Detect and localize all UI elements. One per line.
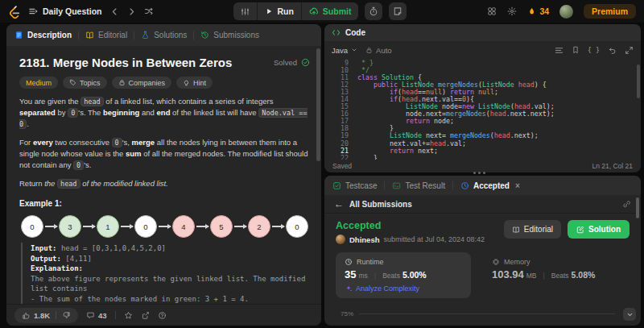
auto-save-toggle[interactable]: Auto [365,46,392,55]
text-segment: head [490,110,506,118]
text-segment: . [27,119,29,128]
memory-unit: MB [526,272,537,280]
divider [134,31,134,39]
text-segment: every [33,138,53,147]
feedback-button[interactable] [158,311,167,320]
companies-button[interactable]: Companies [112,77,172,89]
text-segment: 0 [73,160,84,170]
cloud-upload-icon [309,6,319,16]
leetcode-logo[interactable] [8,5,20,19]
memory-stat[interactable]: Memory 103.94 MB | Beats 5.08% [471,252,595,280]
problem-panel: Description Editorial Solutions [6,24,321,326]
analyze-complexity-link[interactable]: Analyze Complexity [345,284,462,293]
description-paragraph: For every two consecutive 0's, merge all… [19,137,310,171]
braces-button[interactable]: { } [588,46,600,54]
memory-value: 103.94 [492,268,524,280]
play-icon [265,7,273,15]
problem-scrollbar[interactable] [316,48,320,161]
memory-beats-value: 5.08% [572,270,596,280]
tab-editorial-label: Editorial [98,31,127,39]
hint-button[interactable]: Hint [176,77,213,89]
code-scrollbar[interactable] [637,64,640,98]
companies-label: Companies [129,79,166,87]
list-node: 1 [97,215,119,238]
tab-test-result[interactable]: Test Result [392,181,444,190]
random-problem-button[interactable] [144,6,154,16]
close-tab-icon[interactable]: × [515,181,520,190]
fullscreen-button[interactable] [625,46,634,55]
like-button[interactable]: 1.8K [22,311,50,320]
lock-icon [118,79,126,86]
comments-button[interactable]: 43 [86,311,107,320]
code-line[interactable]: 9 * } [324,60,641,67]
analyze-label: Analyze Complexity [356,284,419,293]
problem-title: 2181. Merge Nodes in Between Zeros [19,56,232,69]
topics-label: Topics [80,79,101,87]
code-toolbar: Java Auto { } [324,41,641,59]
share-button[interactable] [141,311,150,320]
divider: | [543,272,545,280]
notes-button[interactable] [389,2,407,20]
panel-resize-handle[interactable] [473,172,485,174]
topics-button[interactable]: Topics [63,77,107,89]
tab-testcase[interactable]: Testcase [332,181,377,190]
arrow-icon [121,226,133,226]
scroll-down-button[interactable] [623,308,636,321]
memory-label: Memory [504,258,530,266]
next-problem-button[interactable] [127,7,136,16]
copy-link-button[interactable] [622,200,631,209]
format-code-button[interactable] [555,46,564,55]
runtime-stat-card[interactable]: Runtime 35 ms | Beats 5.00% Analyze Comp… [336,252,471,298]
streak-counter[interactable]: 34 [527,6,549,17]
example-io-line: - The sum of the nodes marked in green: … [31,294,310,305]
divider [384,181,385,189]
language-label: Java [332,46,348,55]
tab-accepted-label: Accepted [473,181,510,190]
arrow-icon [45,226,57,226]
editorial-button[interactable]: Editorial [504,220,561,239]
difficulty-badge[interactable]: Medium [19,77,58,89]
back-arrow-icon[interactable]: ← [334,199,344,209]
text-segment: the [44,179,57,188]
favorite-button[interactable] [124,311,133,320]
list-node: 5 [210,215,233,238]
list-node: 0 [21,215,43,238]
star-icon [124,311,133,320]
tag-icon [69,79,76,86]
text-segment: return [390,147,414,155]
tab-description[interactable]: Description [14,31,72,39]
example1-figure: 03104520 [21,215,308,238]
premium-button[interactable]: Premium [584,4,636,19]
text-segment: of a linked list, which contains a serie… [104,97,274,106]
tab-submissions[interactable]: Submissions [200,31,259,39]
problem-list-button[interactable]: Daily Question [28,6,102,16]
tab-editorial[interactable]: Editorial [85,31,127,39]
result-scrollbar[interactable] [636,197,639,218]
timer-button[interactable] [365,2,382,20]
user-avatar[interactable] [559,5,573,19]
solution-button[interactable]: Solution [568,220,630,239]
runtime-distribution-chart: 75% 50% [336,304,630,326]
check-circle-icon [301,58,310,67]
layout-grid-button[interactable] [487,6,497,16]
language-selector[interactable]: Java [332,46,357,55]
code-editor[interactable]: 9 * }10 */11class Solution {12 public Li… [324,60,641,160]
reset-code-button[interactable] [608,46,617,55]
like-count: 1.8K [34,311,50,320]
tab-solutions[interactable]: Solutions [141,31,187,39]
bookmark-button[interactable] [572,46,580,54]
text-segment: node; [430,117,454,125]
editor-layout-button[interactable] [233,2,257,20]
run-button[interactable]: Run [258,2,300,20]
problem-description: You are given the head of a linked list,… [19,96,310,189]
runtime-unit: ms [358,272,367,280]
flask-icon [141,31,150,39]
prev-problem-button[interactable] [110,7,119,16]
settings-gear-button[interactable] [507,6,517,16]
submit-button[interactable]: Submit [302,2,359,20]
run-submit-group: Run Submit [233,2,358,20]
dislike-button[interactable] [62,311,71,320]
tab-accepted[interactable]: Accepted × [460,181,520,190]
text-segment: .val; [446,139,466,147]
description-icon [14,31,23,39]
